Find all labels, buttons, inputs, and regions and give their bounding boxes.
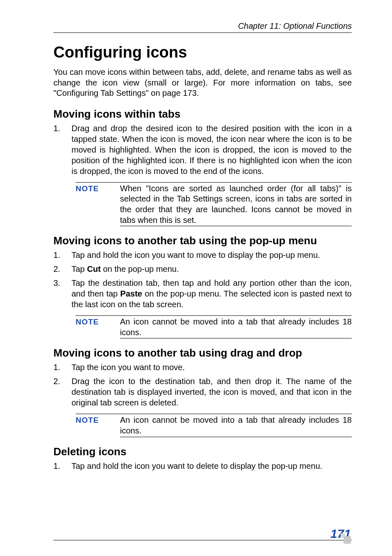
note-body: When "Icons are sorted as launched order… <box>120 183 352 225</box>
intro-paragraph: You can move icons within between tabs, … <box>53 67 352 99</box>
step-text: Tap and hold the icon you want to move t… <box>71 250 352 260</box>
note-body: An icon cannot be moved into a tab that … <box>120 317 352 338</box>
note-rule-bottom <box>120 338 352 338</box>
footer-rule <box>53 540 352 540</box>
step-text: Tap and hold the icon you want to delete… <box>71 461 352 471</box>
step-number: 1. <box>53 362 71 373</box>
square-icon <box>344 536 351 544</box>
note-block: NOTE An icon cannot be moved into a tab … <box>76 414 352 437</box>
note-label: NOTE <box>76 415 120 425</box>
list-item: 1. Tap and hold the icon you want to del… <box>53 461 352 471</box>
section-heading-deleting-icons: Deleting icons <box>53 445 352 458</box>
footer: 171 <box>53 528 352 540</box>
list-item: 3. Tap the destination tab, then tap and… <box>53 278 352 310</box>
section-heading-drag-drop: Moving icons to another tab using drag a… <box>53 347 352 359</box>
section-heading-popup-menu: Moving icons to another tab using the po… <box>53 234 352 247</box>
step-number: 3. <box>53 278 71 310</box>
list-item: 1. Tap the icon you want to move. <box>53 362 352 373</box>
procedure-list: 1. Drag and drop the desired icon to the… <box>53 123 352 176</box>
step-number: 1. <box>53 250 71 260</box>
page: Chapter 11: Optional Functions Configuri… <box>0 0 392 556</box>
list-item: 2. Tap Cut on the pop-up menu. <box>53 264 352 274</box>
note-label: NOTE <box>76 317 120 327</box>
note-label: NOTE <box>76 183 120 193</box>
section-heading-moving-within-tabs: Moving icons within tabs <box>53 108 352 120</box>
bold-paste: Paste <box>120 289 142 298</box>
step-text: Tap the destination tab, then tap and ho… <box>71 278 352 310</box>
step-number: 2. <box>53 376 71 408</box>
step-text: Drag the icon to the destination tab, an… <box>71 376 352 408</box>
page-title: Configuring icons <box>53 44 352 61</box>
list-item: 1. Drag and drop the desired icon to the… <box>53 123 352 176</box>
page-decoration-icon <box>340 533 351 544</box>
list-item: 1. Tap and hold the icon you want to mov… <box>53 250 352 260</box>
note-body: An icon cannot be moved into a tab that … <box>120 415 352 436</box>
note-block: NOTE When "Icons are sorted as launched … <box>76 182 352 226</box>
list-item: 2. Drag the icon to the destination tab,… <box>53 376 352 408</box>
step-number: 1. <box>53 461 71 471</box>
step-text: Drag and drop the desired icon to the de… <box>71 123 352 176</box>
step-text: Tap Cut on the pop-up menu. <box>71 264 352 274</box>
running-header: Chapter 11: Optional Functions <box>53 21 352 31</box>
step-number: 1. <box>53 123 71 176</box>
note-rule-bottom <box>120 437 352 437</box>
step-text: Tap the icon you want to move. <box>71 362 352 373</box>
note-rule-bottom <box>120 226 352 226</box>
procedure-list: 1. Tap and hold the icon you want to mov… <box>53 250 352 310</box>
bold-cut: Cut <box>87 264 101 273</box>
step-number: 2. <box>53 264 71 274</box>
procedure-list: 1. Tap the icon you want to move. 2. Dra… <box>53 362 352 408</box>
procedure-list: 1. Tap and hold the icon you want to del… <box>53 461 352 471</box>
header-rule <box>53 32 352 33</box>
note-block: NOTE An icon cannot be moved into a tab … <box>76 315 352 338</box>
